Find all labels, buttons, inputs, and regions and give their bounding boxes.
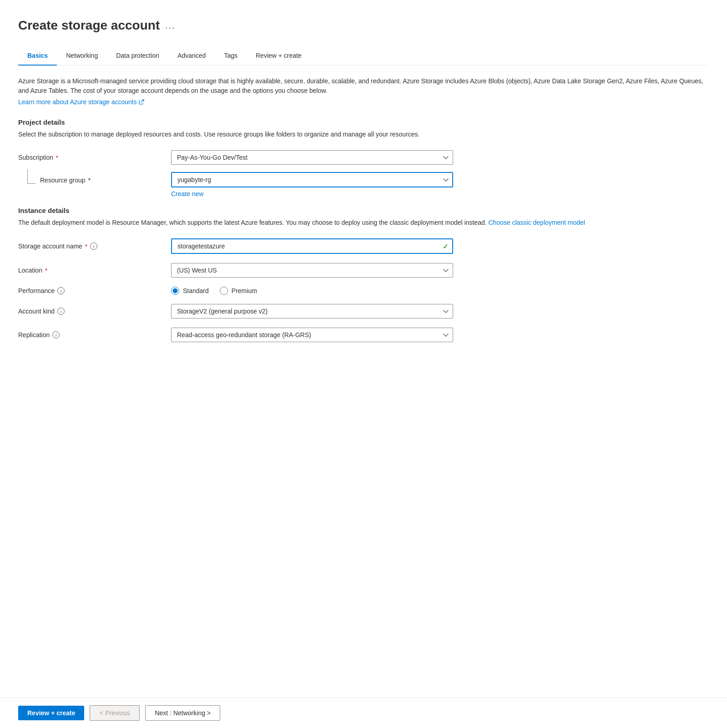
performance-premium-label: Premium — [232, 287, 257, 294]
previous-button[interactable]: < Previous — [90, 705, 140, 721]
subscription-row: Subscription * Pay-As-You-Go Dev/Test — [18, 150, 709, 165]
tab-review-create[interactable]: Review + create — [247, 46, 311, 66]
storage-name-check-icon: ✓ — [443, 242, 449, 251]
account-kind-row: Account kind i StorageV2 (general purpos… — [18, 304, 709, 318]
create-new-link[interactable]: Create new — [171, 190, 204, 197]
project-details-description: Select the subscription to manage deploy… — [18, 130, 709, 139]
performance-premium-option[interactable]: Premium — [220, 287, 257, 295]
instance-details-title: Instance details — [18, 207, 709, 214]
tab-tags[interactable]: Tags — [215, 46, 247, 66]
storage-name-required: * — [85, 243, 87, 250]
performance-label: Performance i — [18, 287, 164, 294]
subscription-select-wrapper: Pay-As-You-Go Dev/Test — [171, 150, 453, 165]
location-control: (US) West US — [171, 263, 453, 278]
account-kind-select[interactable]: StorageV2 (general purpose v2) — [171, 304, 453, 318]
storage-account-name-label: Storage account name * i — [18, 243, 164, 250]
performance-info-icon[interactable]: i — [57, 287, 65, 294]
external-link-icon — [139, 99, 144, 105]
performance-radio-group: Standard Premium — [171, 287, 453, 295]
next-button[interactable]: Next : Networking > — [145, 705, 220, 721]
tabs-container: Basics Networking Data protection Advanc… — [18, 46, 709, 66]
performance-standard-label: Standard — [183, 287, 209, 294]
performance-row: Performance i Standard Premium — [18, 287, 709, 295]
location-label: Location * — [18, 267, 164, 274]
performance-premium-radio[interactable] — [220, 287, 228, 295]
performance-control: Standard Premium — [171, 287, 453, 295]
replication-row: Replication i Read-access geo-redundant … — [18, 328, 709, 342]
resource-group-label-area: Resource group * — [18, 172, 164, 184]
resource-group-required: * — [88, 177, 91, 184]
indent-line — [27, 169, 35, 184]
storage-account-name-control: ✓ — [171, 238, 453, 254]
page-title: Create storage account — [18, 18, 160, 33]
subscription-label: Subscription * — [18, 154, 164, 161]
replication-label: Replication i — [18, 331, 164, 339]
page-title-ellipsis: ... — [165, 20, 176, 31]
location-row: Location * (US) West US — [18, 263, 709, 278]
resource-group-row: Resource group * yugabyte-rg Create new — [18, 172, 709, 197]
replication-select-wrapper: Read-access geo-redundant storage (RA-GR… — [171, 328, 453, 342]
learn-more-link[interactable]: Learn more about Azure storage accounts — [18, 98, 144, 106]
location-select[interactable]: (US) West US — [171, 263, 453, 278]
replication-control: Read-access geo-redundant storage (RA-GR… — [171, 328, 453, 342]
performance-standard-option[interactable]: Standard — [171, 287, 209, 295]
storage-account-name-wrapper: ✓ — [171, 238, 453, 254]
resource-group-label: Resource group * — [40, 173, 91, 184]
account-kind-label: Account kind i — [18, 308, 164, 315]
resource-group-select[interactable]: yugabyte-rg — [171, 172, 453, 187]
tab-networking[interactable]: Networking — [57, 46, 107, 66]
resource-group-select-wrapper: yugabyte-rg — [171, 172, 453, 187]
storage-account-name-row: Storage account name * i ✓ — [18, 238, 709, 254]
review-create-button[interactable]: Review + create — [18, 706, 84, 720]
performance-standard-radio[interactable] — [171, 287, 179, 295]
resource-group-control: yugabyte-rg Create new — [171, 172, 453, 197]
location-select-wrapper: (US) West US — [171, 263, 453, 278]
location-required: * — [45, 267, 47, 274]
basics-description: Azure Storage is a Microsoft-managed ser… — [18, 76, 709, 96]
project-details-title: Project details — [18, 118, 709, 126]
account-kind-info-icon[interactable]: i — [57, 308, 65, 315]
tab-basics[interactable]: Basics — [18, 46, 57, 66]
replication-info-icon[interactable]: i — [52, 331, 60, 339]
account-kind-control: StorageV2 (general purpose v2) — [171, 304, 453, 318]
subscription-select[interactable]: Pay-As-You-Go Dev/Test — [171, 150, 453, 165]
instance-details-description: The default deployment model is Resource… — [18, 218, 709, 228]
storage-account-name-input[interactable] — [171, 238, 453, 254]
tab-advanced[interactable]: Advanced — [168, 46, 215, 66]
subscription-control: Pay-As-You-Go Dev/Test — [171, 150, 453, 165]
storage-name-info-icon[interactable]: i — [90, 243, 97, 250]
bottom-bar: Review + create < Previous Next : Networ… — [0, 698, 727, 728]
tab-data-protection[interactable]: Data protection — [107, 46, 168, 66]
account-kind-select-wrapper: StorageV2 (general purpose v2) — [171, 304, 453, 318]
classic-deployment-link[interactable]: Choose classic deployment model — [489, 219, 585, 226]
resource-group-indent-wrapper: Resource group * — [18, 173, 164, 184]
replication-select[interactable]: Read-access geo-redundant storage (RA-GR… — [171, 328, 453, 342]
subscription-required: * — [56, 154, 58, 161]
